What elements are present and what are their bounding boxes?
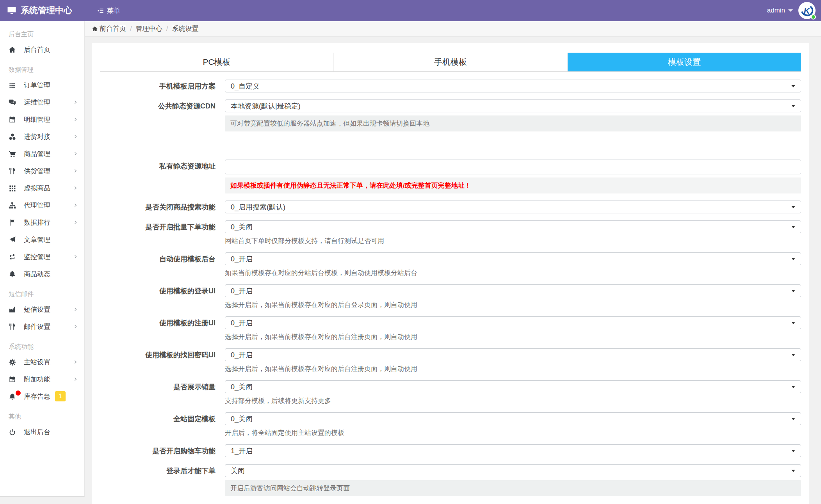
field-select[interactable]: 本地资源(默认|最稳定) (225, 99, 801, 112)
sidebar-section: 数据管理 订单管理 运维管理 明细管理 进货对接 商品管理 供货管理 (0, 58, 84, 282)
sidebar-item[interactable]: 数据排行 (0, 214, 84, 231)
sidebar-item-label: 退出后台 (24, 428, 50, 437)
sidebar-section: 系统功能 主站设置 附加功能 库存告急 1 (0, 335, 84, 405)
sidebar-item[interactable]: 库存告急 1 (0, 388, 84, 405)
alert-dot (16, 390, 21, 396)
chevron-right-icon (73, 220, 78, 225)
caret-down-icon (788, 9, 793, 12)
field-help: 如果模板或插件有使用伪静态且无法正常下单，请在此处填/或完整首页完整地址！ (225, 177, 801, 193)
breadcrumb-home[interactable]: 前台首页 (92, 24, 126, 33)
sidebar-section: 其他 退出后台 (0, 405, 84, 440)
menu-toggle[interactable]: 菜单 (97, 6, 120, 15)
tab-pc-template[interactable]: PC模板 (100, 53, 333, 71)
select-value: 0_关闭 (231, 382, 788, 392)
chevron-right-icon (73, 360, 78, 364)
tab-mobile-template[interactable]: 手机模板 (333, 53, 567, 71)
field-label: 自动使用模板后台 (100, 252, 225, 277)
sidebar-item[interactable]: 监控管理 (0, 248, 84, 265)
sidebar-item[interactable]: 文章管理 (0, 231, 84, 248)
field-select[interactable]: 1_开启 (225, 444, 801, 457)
field-control: 0_关闭 支持部分模板，后续将更新支持更多 (225, 380, 801, 405)
settings-card: PC模板 手机模板 模板设置 手机模板启用方案 0_自定义 公共静态资源CDN … (92, 43, 809, 504)
field-label: 私有静态资源地址 (100, 160, 225, 193)
sidebar-item[interactable]: 商品动态 (0, 265, 84, 282)
menu-icon (97, 7, 104, 14)
select-value: 0_关闭 (231, 222, 788, 232)
field-label: 是否展示销量 (100, 380, 225, 405)
sidebar-item[interactable]: 邮件设置 (0, 318, 84, 335)
caret-down-icon (791, 386, 795, 388)
paper-plane-icon (9, 236, 18, 243)
field-select[interactable]: 关闭 (225, 464, 801, 477)
svg-text:K: K (804, 6, 810, 16)
avatar[interactable]: K (798, 2, 816, 19)
field-select[interactable]: 0_开启 (225, 284, 801, 297)
sidebar-item[interactable]: 后台首页 (0, 41, 84, 58)
sidebar-item[interactable]: 订单管理 (0, 76, 84, 94)
form-row: 使用模板的登录UI 0_开启 选择开启后，如果当前模板存在对应的后台登录页面，则… (100, 284, 801, 309)
field-control: 0_开启 选择开启后，如果当前模板存在对应的后台注册页面，则自动使用 (225, 316, 801, 341)
tab-template-settings[interactable]: 模板设置 (567, 53, 801, 71)
field-select[interactable]: 0_关闭 (225, 220, 801, 233)
field-select[interactable]: 0_开启 (225, 252, 801, 265)
select-value: 关闭 (231, 466, 788, 476)
monitor-icon (7, 6, 16, 15)
user-menu[interactable]: admin (767, 7, 793, 14)
field-label: 全站固定模板 (100, 412, 225, 437)
field-select[interactable]: 0_关闭 (225, 412, 801, 425)
chevron-right-icon (73, 254, 78, 259)
select-value: 0_自定义 (231, 82, 788, 91)
sidebar-item[interactable]: 进货对接 (0, 128, 84, 145)
sidebar-item[interactable]: 退出后台 (0, 423, 84, 440)
chevron-right-icon (73, 151, 78, 156)
home-icon (92, 26, 98, 32)
field-select[interactable]: 0_开启 (225, 348, 801, 361)
field-control: 0_开启 选择开启后，如果当前模板存在对应的后台注册页面，则自动使用 (225, 348, 801, 373)
username: admin (767, 7, 785, 14)
factory-icon (9, 306, 18, 313)
sidebar-section: 后台主页 后台首页 (0, 23, 84, 58)
sidebar-item-label: 数据排行 (24, 218, 50, 227)
sidebar-item-label: 邮件设置 (24, 322, 50, 331)
field-select[interactable]: 0_启用搜索(默认) (225, 201, 801, 213)
form-row: 是否关闭商品搜索功能 0_启用搜索(默认) (100, 201, 801, 213)
sidebar-item[interactable]: 明细管理 (0, 111, 84, 128)
select-value: 本地资源(默认|最稳定) (231, 101, 788, 111)
field-control: 本地资源(默认|最稳定) 可对带宽配置较低的服务器站点加速，但如果出现卡顿请切换… (225, 99, 801, 131)
breadcrumb-item-admin-center[interactable]: 管理中心 (136, 24, 162, 33)
field-select[interactable]: 0_关闭 (225, 380, 801, 393)
chevron-right-icon (73, 377, 78, 382)
breadcrumb-separator: / (130, 25, 132, 33)
form-row: 是否展示销量 0_关闭 支持部分模板，后续将更新支持更多 (100, 380, 801, 405)
form-row: 公共静态资源CDN 本地资源(默认|最稳定) 可对带宽配置较低的服务器站点加速，… (100, 99, 801, 131)
app-brand[interactable]: 系统管理中心 (0, 5, 85, 16)
field-select[interactable]: 0_开启 (225, 316, 801, 329)
sidebar-item[interactable]: 短信设置 (0, 301, 84, 318)
field-help: 选择开启后，如果当前模板存在对应的后台登录页面，则自动使用 (225, 300, 801, 309)
field-help: 开启后游客访问网站会自动跳转登录页面 (225, 480, 801, 496)
sidebar-item[interactable]: 供货管理 (0, 162, 84, 179)
sidebar-item[interactable]: 商品管理 (0, 145, 84, 162)
field-control: 0_关闭 开启后，将全站固定使用主站设置的模板 (225, 412, 801, 437)
chevron-right-icon (73, 169, 78, 173)
field-select[interactable]: 0_自定义 (225, 80, 801, 92)
sidebar-item[interactable]: 运维管理 (0, 94, 84, 111)
sidebar-item[interactable]: 代理管理 (0, 197, 84, 214)
sidebar-item-label: 虚拟商品 (24, 184, 50, 193)
chevron-right-icon (73, 186, 78, 190)
field-input[interactable] (225, 160, 801, 174)
sidebar-item[interactable]: 虚拟商品 (0, 179, 84, 197)
field-label: 使用模板的注册UI (100, 316, 225, 341)
sidebar-item[interactable]: 主站设置 (0, 353, 84, 371)
app-title: 系统管理中心 (21, 5, 72, 16)
sidebar-item[interactable]: 附加功能 (0, 371, 84, 388)
caret-down-icon (791, 258, 795, 260)
form-row: 登录后才能下单 关闭 开启后游客访问网站会自动跳转登录页面 (100, 464, 801, 496)
field-control: 0_启用搜索(默认) (225, 201, 801, 213)
caret-down-icon (791, 322, 795, 324)
caret-down-icon (791, 226, 795, 228)
menu-label: 菜单 (107, 6, 120, 15)
caret-down-icon (791, 470, 795, 472)
caret-down-icon (791, 290, 795, 292)
field-control: 0_开启 选择开启后，如果当前模板存在对应的后台登录页面，则自动使用 (225, 284, 801, 309)
